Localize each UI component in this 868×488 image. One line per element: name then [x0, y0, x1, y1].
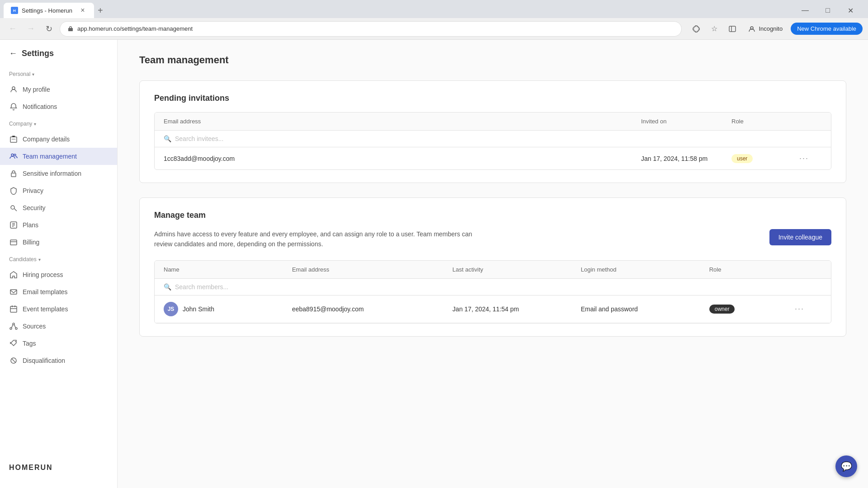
svg-line-28	[12, 325, 13, 328]
sidebar: ← Settings Personal ▾ My profile	[0, 40, 118, 488]
reload-button[interactable]: ↻	[42, 22, 56, 36]
incognito-button[interactable]: Incognito	[743, 23, 787, 35]
browser-tab[interactable]: H Settings - Homerun ×	[4, 3, 94, 18]
sidebar-item-notifications[interactable]: Notifications	[0, 98, 117, 115]
sensitive-info-label: Sensitive information	[23, 170, 81, 177]
svg-rect-18	[10, 240, 17, 245]
company-details-label: Company details	[23, 136, 70, 143]
member-actions: ···	[795, 304, 822, 314]
lock-icon	[9, 169, 18, 178]
sidebar-item-plans[interactable]: Plans	[0, 216, 117, 234]
svg-point-27	[15, 328, 17, 329]
members-col-name-header: Name	[164, 266, 292, 273]
candidates-arrow: ▾	[38, 257, 41, 262]
member-row: JS John Smith eeba8915@moodjoy.com Jan 1…	[155, 296, 831, 323]
svg-rect-20	[10, 290, 17, 294]
invite-colleague-button[interactable]: Invite colleague	[769, 229, 831, 245]
sidebar-logo: HOMERUN	[0, 456, 117, 479]
invite-more-button[interactable]: ···	[799, 154, 809, 163]
lock-icon	[67, 26, 74, 32]
new-tab-button[interactable]: +	[94, 3, 107, 18]
building-icon	[9, 135, 18, 144]
candidates-section-label: Candidates ▾	[0, 254, 117, 266]
user-badge: user	[731, 154, 753, 163]
bookmark-button[interactable]: ☆	[707, 22, 722, 36]
owner-badge: owner	[709, 305, 735, 314]
personal-section-label: Personal ▾	[0, 69, 117, 81]
members-search-row: 🔍	[155, 279, 831, 296]
tab-close-button[interactable]: ×	[79, 6, 87, 14]
invitees-search-input[interactable]	[175, 135, 822, 142]
member-name-cell: JS John Smith	[164, 302, 292, 316]
tags-label: Tags	[23, 340, 36, 347]
event-icon	[9, 305, 18, 314]
billing-icon	[9, 238, 18, 247]
key-icon	[9, 203, 18, 212]
sidebar-item-hiring-process[interactable]: Hiring process	[0, 266, 117, 283]
svg-point-13	[11, 206, 14, 209]
manage-team-card: Manage team Admins have access to every …	[139, 197, 846, 337]
members-col-login-header: Login method	[581, 266, 709, 273]
tab-title: Settings - Homerun	[22, 7, 72, 14]
restore-button[interactable]: □	[817, 3, 838, 18]
tags-icon	[9, 339, 18, 348]
manage-section-title: Manage team	[154, 211, 831, 220]
url-bar[interactable]: app.homerun.co/settings/team-management	[60, 21, 682, 37]
settings-back-button[interactable]: ←	[9, 49, 17, 58]
members-col-actions-header	[795, 266, 822, 273]
members-col-activity-header: Last activity	[453, 266, 581, 273]
plans-icon	[9, 221, 18, 230]
back-button[interactable]: ←	[5, 22, 20, 36]
invitees-search-icon: 🔍	[164, 135, 171, 142]
tab-favicon: H	[11, 7, 18, 14]
members-col-role-header: Role	[709, 266, 795, 273]
svg-rect-21	[10, 306, 17, 312]
member-login-method: Email and password	[581, 305, 709, 313]
member-role: owner	[709, 305, 795, 314]
minimize-button[interactable]: —	[795, 3, 816, 18]
company-section-label: Company ▾	[0, 119, 117, 131]
chat-widget[interactable]: 💬	[835, 455, 857, 477]
sources-icon	[9, 322, 18, 331]
member-name: John Smith	[183, 305, 214, 313]
company-arrow: ▾	[34, 122, 36, 127]
my-profile-label: My profile	[23, 86, 50, 93]
svg-line-32	[12, 359, 15, 362]
company-section: Company ▾ Company details Team managemen…	[0, 119, 117, 251]
col-invited-on-header: Invited on	[641, 118, 731, 125]
sidebar-item-team-management[interactable]: Team management	[0, 148, 117, 165]
disqualify-icon	[9, 356, 18, 365]
member-more-button[interactable]: ···	[795, 304, 804, 314]
invitations-table: Email address Invited on Role 🔍 1cc83add…	[154, 112, 831, 170]
sidebar-item-security[interactable]: Security	[0, 199, 117, 216]
invite-actions: ···	[799, 154, 822, 163]
sidebar-item-email-templates[interactable]: Email templates	[0, 283, 117, 300]
team-management-label: Team management	[23, 153, 77, 160]
sidebar-item-my-profile[interactable]: My profile	[0, 81, 117, 98]
sidebar-item-disqualification[interactable]: Disqualification	[0, 352, 117, 369]
new-chrome-badge[interactable]: New Chrome available	[791, 23, 863, 35]
members-table: Name Email address Last activity Login m…	[154, 260, 831, 324]
sidebar-item-event-templates[interactable]: Event templates	[0, 300, 117, 318]
extension-btn[interactable]	[689, 22, 703, 36]
pending-invitations-card: Pending invitations Email address Invite…	[139, 80, 846, 183]
url-text: app.homerun.co/settings/team-management	[77, 25, 674, 32]
close-window-button[interactable]: ✕	[840, 3, 861, 18]
col-role-header: Role	[731, 118, 799, 125]
sidebar-item-sensitive-info[interactable]: Sensitive information	[0, 165, 117, 182]
sidebar-item-tags[interactable]: Tags	[0, 335, 117, 352]
forward-button[interactable]: →	[24, 22, 38, 36]
bell-icon	[9, 102, 18, 111]
sidebar-toggle-button[interactable]	[725, 22, 740, 36]
sidebar-item-company-details[interactable]: Company details	[0, 131, 117, 148]
hiring-icon	[9, 270, 18, 279]
members-search-input[interactable]	[175, 283, 822, 291]
invitations-table-header: Email address Invited on Role	[155, 113, 831, 131]
member-last-activity: Jan 17, 2024, 11:54 pm	[453, 305, 581, 313]
col-email-header: Email address	[164, 118, 641, 125]
sidebar-item-sources[interactable]: Sources	[0, 318, 117, 335]
sidebar-item-billing[interactable]: Billing	[0, 234, 117, 251]
sidebar-item-privacy[interactable]: Privacy	[0, 182, 117, 199]
logo-text: HOMERUN	[9, 464, 108, 472]
billing-label: Billing	[23, 239, 39, 246]
